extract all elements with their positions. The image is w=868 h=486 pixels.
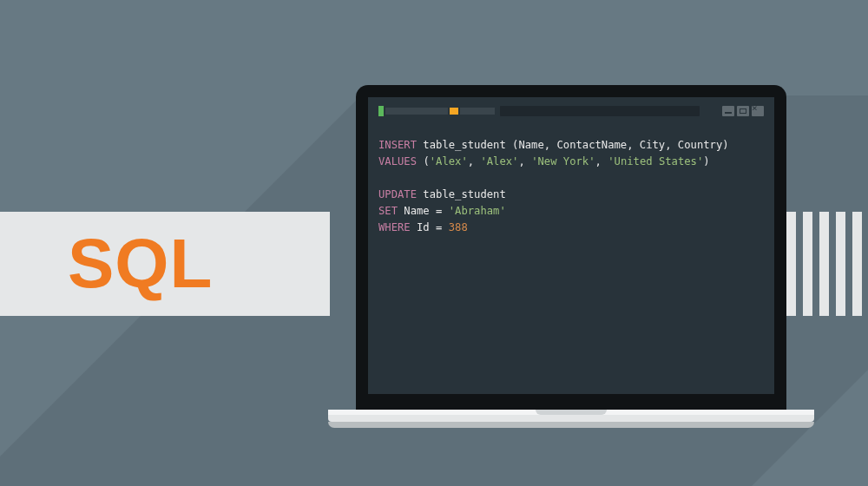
string-literal: 'United States' xyxy=(608,155,703,167)
string-literal: 'Alex' xyxy=(430,155,468,167)
string-literal: 'New York' xyxy=(531,155,595,167)
toolbar-segment xyxy=(385,108,448,115)
identifier: table_student xyxy=(417,139,512,151)
toolbar-address xyxy=(500,106,700,116)
string-literal: 'Alex' xyxy=(480,155,518,167)
keyword: UPDATE xyxy=(378,188,417,200)
editor-screen: INSERT table_student (Name, ContactName,… xyxy=(368,97,774,394)
string-literal: 'Abraham' xyxy=(449,205,506,217)
laptop-bezel: INSERT table_student (Name, ContactName,… xyxy=(356,85,786,410)
editor-toolbar xyxy=(378,106,764,116)
number-literal: 388 xyxy=(449,221,468,233)
keyword: WHERE xyxy=(378,221,411,233)
maximize-icon[interactable] xyxy=(737,106,749,116)
keyword: VALUES xyxy=(378,155,417,167)
toolbar-segment xyxy=(450,108,458,115)
columns: Name, ContactName, City, Country xyxy=(518,139,722,151)
brand-band: SQL xyxy=(0,212,330,316)
laptop-base xyxy=(328,410,814,422)
keyword: INSERT xyxy=(378,139,417,151)
keyword: SET xyxy=(378,205,398,217)
window-controls xyxy=(722,106,764,116)
toolbar-segment xyxy=(378,106,384,116)
toolbar-segment xyxy=(460,108,495,115)
laptop-foot xyxy=(328,422,814,428)
minimize-icon[interactable] xyxy=(722,106,734,116)
close-icon[interactable] xyxy=(752,106,764,116)
identifier: table_student xyxy=(417,188,506,200)
code-block: INSERT table_student (Name, ContactName,… xyxy=(378,137,764,235)
brand-label: SQL xyxy=(68,224,213,304)
laptop: INSERT table_student (Name, ContactName,… xyxy=(356,85,786,428)
